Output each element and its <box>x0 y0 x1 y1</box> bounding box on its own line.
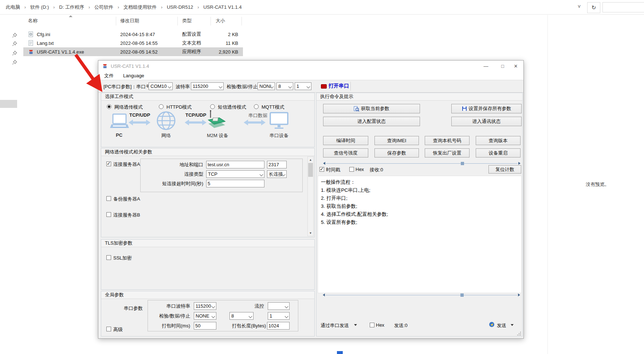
column-header-type[interactable]: 类型 <box>182 17 192 26</box>
global-baud-select[interactable]: 115200 <box>194 302 216 310</box>
enter-comm-button[interactable]: 进入通讯状态 <box>451 117 522 126</box>
backup-a-label[interactable]: 备份服务器A <box>113 196 140 202</box>
stopbits-select[interactable]: 1 <box>295 82 311 90</box>
set-save-all-button[interactable]: 设置并保存所有参数 <box>451 104 522 113</box>
breadcrumb-item[interactable]: 文档组使用软件 <box>122 4 158 11</box>
breadcrumb-item[interactable]: USR-DR512 <box>165 4 195 10</box>
horizontal-slider[interactable] <box>323 162 521 165</box>
breadcrumb-item[interactable]: 此电脑 <box>4 4 21 11</box>
slider-left-arrow-icon[interactable] <box>323 293 325 296</box>
hex-recv-checkbox[interactable] <box>349 167 354 172</box>
chevron-down-icon[interactable]: ˅ <box>578 4 581 9</box>
slider-right-arrow-icon[interactable] <box>518 293 520 296</box>
menu-file[interactable]: 文件 <box>104 73 114 79</box>
file-row-selected[interactable]: USR-CAT1 V1.1.4.exe 2022-08-05 14:52 应用程… <box>23 47 243 56</box>
enter-config-button[interactable]: 进入配置状态 <box>323 117 420 126</box>
refresh-button[interactable]: ↻ <box>587 2 600 13</box>
com-port-select[interactable]: COM10 <box>149 82 173 90</box>
dropdown-arrow-icon[interactable] <box>354 324 357 326</box>
slider-left-arrow-icon[interactable] <box>323 162 325 165</box>
scrollbar-thumb[interactable] <box>308 163 313 177</box>
send-via-serial-label[interactable]: 通过串口发送 <box>321 322 349 329</box>
title-bar[interactable]: USR-CAT1 V1.1.4 <box>98 61 523 71</box>
factory-reset-button[interactable]: 恢复出厂设置 <box>425 148 470 157</box>
log-output[interactable]: 一般操作流程： 1. 模块连PC串口,上电; 2. 打开串口; 3. 获取当前参… <box>318 176 522 293</box>
conn-type-select[interactable]: TCP <box>206 170 264 178</box>
search-input[interactable] <box>602 2 644 12</box>
timestamp-checkbox[interactable] <box>319 167 324 172</box>
databits-select[interactable]: 8 <box>276 82 293 90</box>
radio-label[interactable]: MQTT模式 <box>262 104 284 110</box>
breadcrumb-separator-icon <box>195 5 202 10</box>
compile-time-button[interactable]: 编译时间 <box>323 136 368 145</box>
server-b-label[interactable]: 连接服务器B <box>113 212 140 218</box>
pack-time-input[interactable] <box>194 322 216 330</box>
radio-mqtt[interactable] <box>254 104 259 109</box>
serial-toolbar: [PC串口参数]：串口号 COM10 波特率 115200 检验/数据/停止 N… <box>98 80 523 93</box>
keepalive-select[interactable]: 长连接 <box>267 170 287 178</box>
advanced-label[interactable]: 高级 <box>113 326 123 333</box>
query-version-button[interactable]: 查询版本 <box>476 136 521 145</box>
horizontal-slider[interactable] <box>323 293 520 297</box>
radio-label[interactable]: HTTPD模式 <box>166 104 192 110</box>
baud-label: 波特率 <box>176 83 190 90</box>
advanced-checkbox[interactable] <box>106 327 111 331</box>
reset-count-button[interactable]: 复位计数 <box>488 165 521 174</box>
timestamp-label[interactable]: 时间戳 <box>326 167 340 173</box>
radio-httpd[interactable] <box>159 104 164 109</box>
radio-net-passthrough[interactable] <box>107 104 111 109</box>
close-button[interactable]: ✕ <box>508 61 524 71</box>
column-header-name[interactable]: 名称 <box>28 17 38 26</box>
pin-icon <box>12 60 17 65</box>
breadcrumb-item[interactable]: D: 工作程序 <box>58 4 86 11</box>
column-header-size[interactable]: 大小 <box>216 17 225 26</box>
breadcrumb-item[interactable]: 公司软件 <box>93 4 115 11</box>
scroll-down-icon[interactable]: ▼ <box>308 230 313 236</box>
minimize-button[interactable]: — <box>478 61 494 71</box>
send-button[interactable]: 发送 <box>497 322 506 329</box>
ssl-label[interactable]: SSL加密 <box>113 255 132 261</box>
radio-label[interactable]: 网络透传模式 <box>114 104 143 110</box>
column-header-date[interactable]: 修改日期 <box>120 17 139 26</box>
server-a-checkbox[interactable] <box>106 162 111 166</box>
query-number-button[interactable]: 查询本机号码 <box>425 136 470 145</box>
hex-send-label[interactable]: Hex <box>376 322 384 328</box>
file-row[interactable]: Cfg.ini 2024-04-15 8:47 配置设置 2 KB <box>23 30 243 39</box>
vertical-scrollbar[interactable]: ▲ ▼ <box>307 156 314 236</box>
slider-thumb[interactable] <box>461 162 464 165</box>
query-imei-button[interactable]: 查询IMEI <box>374 136 419 145</box>
global-parity-select[interactable]: NONE <box>194 312 216 320</box>
slider-thumb[interactable] <box>460 293 464 297</box>
breadcrumb-item[interactable]: 软件 (D:) <box>29 4 50 11</box>
port-input[interactable] <box>267 161 287 168</box>
server-b-checkbox[interactable] <box>106 212 111 217</box>
backup-a-checkbox[interactable] <box>106 196 111 201</box>
breadcrumb-item-current[interactable]: USR-CAT1 V1.1.4 <box>202 4 243 10</box>
server-a-label[interactable]: 连接服务器A <box>113 161 140 168</box>
short-timeout-input[interactable] <box>206 180 264 187</box>
radio-sms-passthrough[interactable] <box>210 104 215 109</box>
hex-send-checkbox[interactable] <box>370 323 374 327</box>
global-stopbits-select[interactable]: 1 <box>268 312 290 320</box>
serial-params-label: [PC串口参数]：串口号 <box>103 83 150 90</box>
open-port-button[interactable]: 打开串口 <box>329 83 349 89</box>
pack-len-input[interactable] <box>267 322 290 330</box>
save-params-button[interactable]: 保存参数 <box>374 148 419 157</box>
query-signal-button[interactable]: 查信号强度 <box>323 148 368 157</box>
file-row[interactable]: Lang.txt 2022-08-05 14:55 文本文档 11 KB <box>23 39 243 47</box>
baud-select[interactable]: 115200 <box>191 82 224 90</box>
parity-select[interactable]: NONI <box>258 82 275 90</box>
global-databits-select[interactable]: 8 <box>229 312 254 320</box>
resize-grip[interactable] <box>517 332 521 335</box>
device-restart-button[interactable]: 设备重启 <box>476 148 521 157</box>
hex-recv-label[interactable]: Hex <box>356 167 364 172</box>
get-params-button[interactable]: 获取当前参数 <box>323 104 420 113</box>
address-input[interactable] <box>206 161 264 168</box>
work-mode-title: 选择工作模式 <box>101 93 314 101</box>
menu-language[interactable]: Language <box>123 73 144 78</box>
ssl-checkbox[interactable] <box>106 255 111 260</box>
flow-select[interactable] <box>268 302 290 310</box>
scroll-up-icon[interactable]: ▲ <box>308 157 313 163</box>
dropdown-arrow-icon[interactable] <box>511 324 514 326</box>
slider-right-arrow-icon[interactable] <box>518 162 521 165</box>
